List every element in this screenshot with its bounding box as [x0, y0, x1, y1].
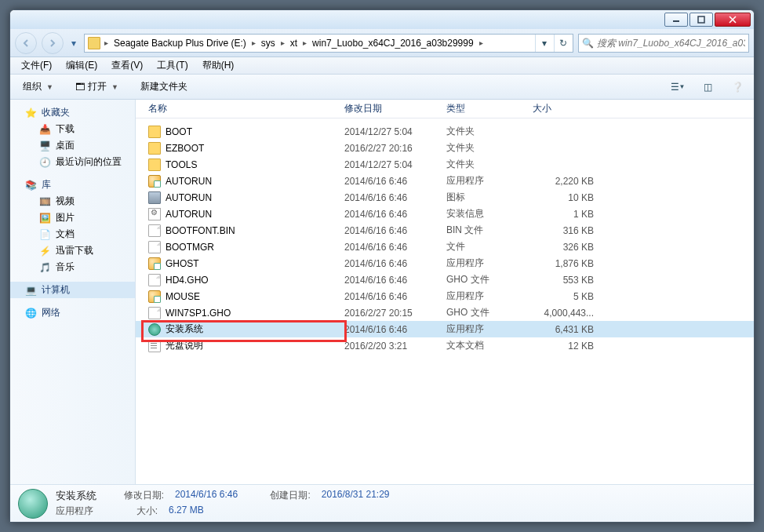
- nav-computer[interactable]: 💻计算机: [10, 282, 135, 298]
- col-size[interactable]: 大小: [528, 100, 598, 118]
- nav-desktop[interactable]: 🖥️桌面: [10, 137, 135, 154]
- file-row[interactable]: 光盘说明2016/2/20 3:21文本文档12 KB: [136, 337, 754, 354]
- title-bar[interactable]: [10, 10, 754, 29]
- search-box[interactable]: 🔍: [578, 34, 749, 53]
- file-row[interactable]: AUTORUN2014/6/16 6:46应用程序2,220 KB: [136, 173, 754, 189]
- file-type: GHO 文件: [442, 306, 528, 319]
- file-row[interactable]: BOOT2014/12/27 5:04文件夹: [136, 123, 754, 140]
- file-size: 1,876 KB: [528, 258, 598, 269]
- file-date: 2014/6/16 6:46: [340, 192, 442, 203]
- new-folder-button[interactable]: 新建文件夹: [134, 78, 194, 97]
- breadcrumb-arrow[interactable]: ▸: [302, 35, 307, 52]
- file-date: 2014/6/16 6:46: [340, 176, 442, 187]
- close-button[interactable]: [715, 13, 751, 27]
- file-date: 2014/6/16 6:46: [340, 324, 442, 335]
- refresh-button[interactable]: ↻: [554, 35, 571, 52]
- file-row[interactable]: 安装系统2014/6/16 6:46应用程序6,431 KB: [136, 321, 754, 337]
- col-type[interactable]: 类型: [442, 100, 528, 118]
- nav-documents[interactable]: 📄文档: [10, 226, 135, 242]
- command-bar: 组织▼ 🗔打开▼ 新建文件夹 ☰ ▼ ◫ ❔: [10, 75, 754, 100]
- col-name[interactable]: 名称: [144, 100, 340, 118]
- maximize-button[interactable]: [689, 13, 713, 27]
- file-row[interactable]: EZBOOT2016/2/27 20:16文件夹: [136, 140, 754, 156]
- back-button[interactable]: [15, 32, 37, 54]
- file-row[interactable]: WIN7SP1.GHO2016/2/27 20:15GHO 文件4,000,44…: [136, 304, 754, 321]
- breadcrumb-arrow[interactable]: ▸: [251, 35, 256, 52]
- col-date[interactable]: 修改日期: [340, 100, 442, 118]
- address-dropdown[interactable]: ▾: [535, 35, 552, 52]
- organize-button[interactable]: 组织▼: [16, 78, 60, 97]
- file-row[interactable]: MOUSE2014/6/16 6:46应用程序5 KB: [136, 288, 754, 304]
- nav-recent[interactable]: 🕘最近访问的位置: [10, 154, 135, 170]
- document-icon: 📄: [38, 228, 51, 241]
- breadcrumb-segment[interactable]: Seagate Backup Plus Drive (E:): [111, 35, 249, 52]
- menu-edit[interactable]: 编辑(E): [60, 58, 104, 74]
- file-row[interactable]: TOOLS2014/12/27 5:04文件夹: [136, 156, 754, 173]
- music-icon: 🎵: [38, 261, 51, 274]
- file-type: 文件夹: [442, 141, 528, 155]
- breadcrumb-segment[interactable]: win7_Luobo_x64CJ_2016_a03b29999: [309, 35, 477, 52]
- menu-tools[interactable]: 工具(T): [151, 58, 194, 74]
- file-size: 326 KB: [528, 242, 598, 253]
- file-type: 文件夹: [442, 158, 528, 171]
- details-title: 安装系统: [56, 489, 96, 503]
- file-row[interactable]: HD4.GHO2014/6/16 6:46GHO 文件553 KB: [136, 271, 754, 288]
- minimize-button[interactable]: [664, 13, 688, 27]
- menu-file[interactable]: 文件(F): [15, 58, 58, 74]
- file-date: 2014/12/27 5:04: [340, 126, 442, 137]
- nav-music[interactable]: 🎵音乐: [10, 259, 135, 275]
- app-icon: [148, 290, 161, 303]
- breadcrumb-arrow[interactable]: ▸: [478, 35, 484, 52]
- file-row[interactable]: BOOTFONT.BIN2014/6/16 6:46BIN 文件316 KB: [136, 222, 754, 239]
- forward-button[interactable]: [42, 32, 64, 54]
- file-date: 2014/12/27 5:04: [340, 159, 442, 170]
- svg-rect-1: [698, 16, 704, 23]
- menu-view[interactable]: 查看(V): [105, 58, 149, 74]
- navigation-bar: ▾ ▸ Seagate Backup Plus Drive (E:) ▸ sys…: [10, 29, 754, 57]
- file-row[interactable]: AUTORUN2014/6/16 6:46图标10 KB: [136, 189, 754, 206]
- breadcrumb-segment[interactable]: xt: [287, 35, 300, 52]
- file-date: 2016/2/27 20:16: [340, 143, 442, 154]
- file-size: 1 KB: [528, 209, 598, 220]
- preview-pane-button[interactable]: ◫: [697, 78, 718, 97]
- file-name: BOOTFONT.BIN: [166, 225, 235, 236]
- help-button[interactable]: ❔: [727, 78, 748, 97]
- file-name: 光盘说明: [166, 339, 203, 352]
- breadcrumb-arrow[interactable]: ▸: [104, 35, 109, 52]
- file-row[interactable]: BOOTMGR2014/6/16 6:46文件326 KB: [136, 239, 754, 255]
- history-dropdown[interactable]: ▾: [68, 35, 79, 52]
- nav-videos[interactable]: 🎞️视频: [10, 193, 135, 210]
- file-date: 2014/6/16 6:46: [340, 258, 442, 269]
- file-icon: [148, 307, 161, 319]
- file-name: MOUSE: [166, 291, 200, 302]
- search-input[interactable]: [597, 38, 745, 49]
- file-icon: [148, 224, 161, 237]
- file-icon: [148, 274, 161, 286]
- file-row[interactable]: AUTORUN2014/6/16 6:46安装信息1 KB: [136, 206, 754, 222]
- nav-downloads[interactable]: 📥下载: [10, 121, 135, 137]
- view-options-button[interactable]: ☰ ▼: [668, 78, 688, 97]
- nav-favorites[interactable]: ⭐收藏夹: [10, 104, 135, 121]
- breadcrumb-segment[interactable]: sys: [258, 35, 278, 52]
- file-date: 2016/2/27 20:15: [340, 308, 442, 319]
- open-button[interactable]: 🗔打开▼: [69, 78, 125, 97]
- menu-bar: 文件(F) 编辑(E) 查看(V) 工具(T) 帮助(H): [10, 57, 754, 75]
- details-icon: [18, 489, 48, 519]
- address-bar[interactable]: ▸ Seagate Backup Plus Drive (E:) ▸ sys ▸…: [84, 34, 573, 53]
- nav-pictures[interactable]: 🖼️图片: [10, 210, 135, 226]
- breadcrumb-arrow[interactable]: ▸: [280, 35, 286, 52]
- nav-thunder[interactable]: ⚡迅雷下载: [10, 242, 135, 259]
- file-date: 2016/2/20 3:21: [340, 341, 442, 352]
- file-type: 应用程序: [442, 322, 528, 336]
- search-icon: 🔍: [582, 38, 594, 49]
- nav-libraries[interactable]: 📚库: [10, 177, 135, 193]
- file-name: AUTORUN: [166, 209, 212, 220]
- file-type: 文本文档: [442, 339, 528, 352]
- file-row[interactable]: GHOST2014/6/16 6:46应用程序1,876 KB: [136, 255, 754, 271]
- menu-help[interactable]: 帮助(H): [196, 58, 241, 74]
- file-size: 6,431 KB: [528, 324, 598, 335]
- file-name: EZBOOT: [166, 143, 204, 154]
- file-icon: [148, 241, 161, 253]
- nav-network[interactable]: 🌐网络: [10, 304, 135, 321]
- txt-icon: [148, 340, 161, 352]
